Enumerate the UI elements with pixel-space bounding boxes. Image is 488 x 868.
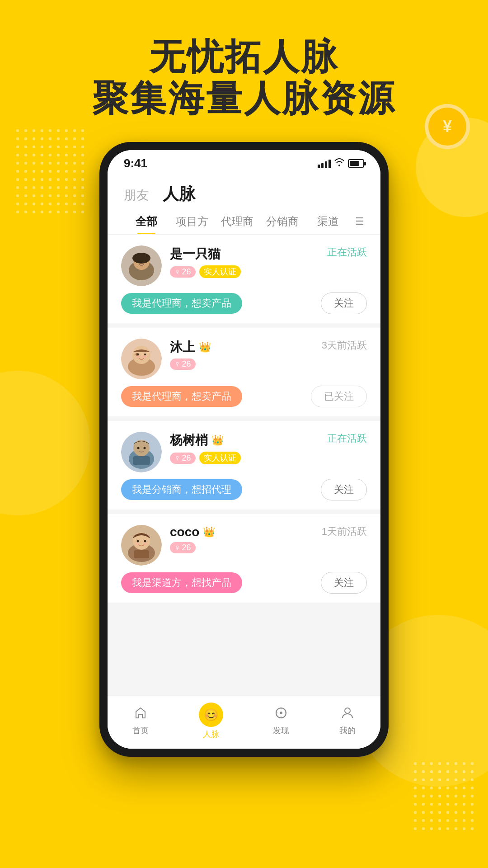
gender-badge-4: ♀ 26 [170, 542, 196, 553]
svg-point-29 [280, 712, 282, 714]
user-name-1: 是一只猫 [170, 245, 221, 263]
svg-point-24 [144, 540, 146, 542]
user-details-2: 沐上 👑 ♀ 26 [170, 339, 211, 370]
user-details-3: 杨树梢 👑 ♀ 26 实人认证 [170, 432, 241, 464]
user-status-1: 正在活跃 [327, 245, 367, 259]
svg-point-11 [144, 354, 146, 355]
user-card-4: coco 👑 ♀ 26 [108, 514, 380, 603]
user-name-4: coco [170, 525, 199, 539]
user-info-3-left: 杨树梢 👑 ♀ 26 实人认证 [121, 432, 241, 472]
user-name-3: 杨树梢 [170, 432, 208, 449]
nav-item-profile[interactable]: 我的 [339, 706, 356, 736]
header-line2: 聚集海量人脉资源 [0, 78, 488, 119]
status-bar: 9:41 [108, 150, 380, 174]
filter-menu-icon[interactable]: ☰ [351, 216, 364, 233]
user-card-2: 沐上 👑 ♀ 26 [108, 328, 380, 416]
nav-tab-friends[interactable]: 朋友 [124, 187, 149, 206]
nav-label-home: 首页 [132, 725, 149, 736]
follow-btn-1[interactable]: 关注 [321, 292, 367, 314]
user-tag-row-3: 我是分销商，想招代理 关注 [121, 479, 367, 500]
status-icons [318, 158, 364, 169]
filter-tab-channel[interactable]: 渠道 [305, 214, 351, 234]
signal-icon [318, 159, 331, 168]
user-tag-1: 我是代理商，想卖产品 [121, 293, 242, 314]
user-name-2: 沐上 [170, 339, 195, 356]
gender-badge-3: ♀ 26 [170, 453, 196, 464]
user-tag-row-1: 我是代理商，想卖产品 关注 [121, 292, 367, 314]
nav-item-discover[interactable]: 发现 [273, 706, 289, 736]
user-tag-4: 我是渠道方，想找产品 [121, 572, 242, 593]
svg-point-10 [137, 354, 139, 355]
user-info-4-left: coco 👑 ♀ 26 [121, 525, 215, 566]
gender-badge-1: ♀ 26 [170, 266, 196, 278]
phone-screen: 9:41 [108, 150, 380, 749]
user-list: 是一只猫 ♀ 26 实人认证 [108, 235, 380, 696]
user-details-1: 是一只猫 ♀ 26 实人认证 [170, 245, 241, 278]
home-icon [134, 706, 147, 723]
nav-icon-bg-network: 😊 [199, 703, 223, 727]
user-card-2-top: 沐上 👑 ♀ 26 [121, 339, 367, 379]
user-card-3: 杨树梢 👑 ♀ 26 实人认证 [108, 421, 380, 509]
app-content: 朋友 人脉 全部 项目方 代理商 分销商 渠道 ☰ [108, 174, 380, 749]
main-nav-header: 朋友 人脉 [108, 174, 380, 207]
svg-rect-27 [134, 550, 149, 558]
user-name-row-3: 杨树梢 👑 [170, 432, 241, 449]
nav-item-network[interactable]: 😊 人脉 [199, 703, 223, 740]
avatar-4 [121, 525, 162, 566]
nav-tab-network[interactable]: 人脉 [163, 183, 195, 207]
nav-label-discover: 发现 [273, 725, 289, 736]
user-tag-row-2: 我是代理商，想卖产品 已关注 [121, 386, 367, 407]
verified-badge-1: 实人认证 [199, 265, 241, 278]
svg-point-12 [136, 355, 141, 358]
user-name-row-4: coco 👑 [170, 525, 215, 539]
avatar-1 [121, 245, 162, 286]
user-badges-3: ♀ 26 实人认证 [170, 452, 241, 464]
verified-badge-3: 实人认证 [199, 452, 241, 464]
svg-point-4 [137, 260, 140, 263]
follow-btn-3[interactable]: 关注 [321, 479, 367, 500]
user-tag-3: 我是分销商，想招代理 [121, 479, 242, 500]
user-badges-4: ♀ 26 [170, 542, 215, 553]
svg-point-5 [143, 260, 146, 263]
svg-point-23 [137, 540, 139, 542]
nav-label-network: 人脉 [203, 729, 219, 740]
nav-item-home[interactable]: 首页 [132, 706, 149, 736]
user-card-1-top: 是一只猫 ♀ 26 实人认证 [121, 245, 367, 286]
follow-btn-4[interactable]: 关注 [321, 572, 367, 594]
crown-icon-3: 👑 [211, 434, 224, 446]
filter-tab-all[interactable]: 全部 [124, 214, 169, 234]
filter-tabs-bar: 全部 项目方 代理商 分销商 渠道 ☰ [108, 207, 380, 235]
user-name-row-2: 沐上 👑 [170, 339, 211, 356]
svg-point-13 [142, 355, 147, 358]
avatar-3 [121, 432, 162, 472]
svg-rect-19 [133, 456, 150, 465]
discover-icon [274, 706, 288, 723]
header-section: 无忧拓人脉 聚集海量人脉资源 [0, 0, 488, 137]
profile-icon [341, 706, 354, 723]
svg-point-8 [132, 346, 150, 364]
user-name-row-1: 是一只猫 [170, 245, 241, 263]
user-info-2-left: 沐上 👑 ♀ 26 [121, 339, 211, 379]
status-time: 9:41 [124, 156, 147, 170]
filter-tab-agent[interactable]: 代理商 [215, 214, 260, 234]
bg-dots-left [14, 127, 86, 217]
gender-badge-2: ♀ 26 [170, 359, 196, 370]
network-icon: 😊 [204, 708, 218, 722]
svg-point-25 [135, 542, 140, 545]
user-badges-1: ♀ 26 实人认证 [170, 265, 241, 278]
main-nav-tabs: 朋友 人脉 [124, 183, 364, 207]
user-status-2: 3天前活跃 [322, 339, 367, 352]
svg-point-17 [137, 447, 140, 449]
user-status-4: 1天前活跃 [322, 525, 367, 538]
crown-icon-4: 👑 [203, 526, 215, 538]
bg-coin-icon: ¥ [425, 104, 470, 149]
phone-body: 9:41 [99, 142, 389, 757]
header-line1: 无忧拓人脉 [0, 36, 488, 78]
user-tag-2: 我是代理商，想卖产品 [121, 386, 242, 407]
follow-btn-2[interactable]: 已关注 [311, 386, 367, 407]
filter-tab-distributor[interactable]: 分销商 [260, 214, 305, 234]
bottom-nav: 首页 😊 人脉 [108, 696, 380, 749]
user-badges-2: ♀ 26 [170, 359, 211, 370]
user-card-1: 是一只猫 ♀ 26 实人认证 [108, 235, 380, 323]
filter-tab-project[interactable]: 项目方 [169, 214, 214, 234]
